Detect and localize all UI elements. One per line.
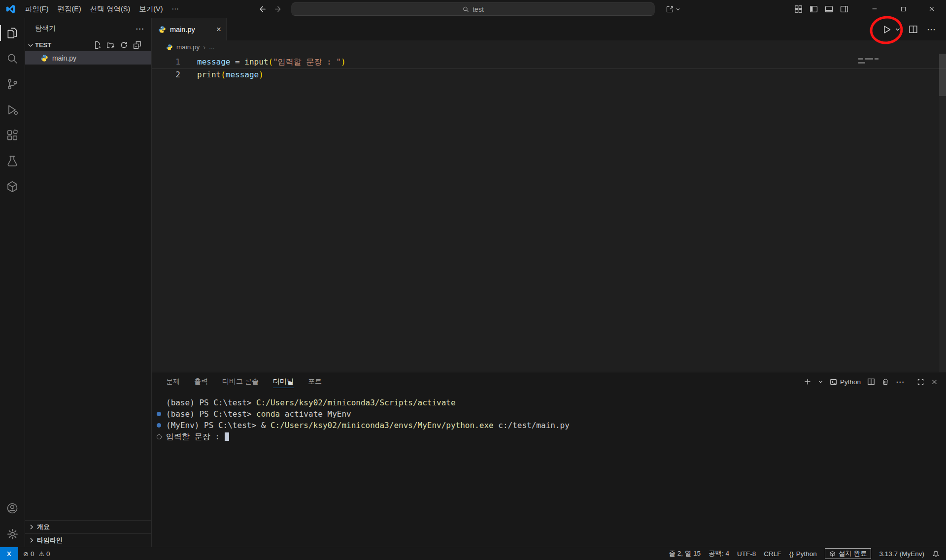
close-panel-button[interactable] xyxy=(931,378,938,386)
command-center-search[interactable]: test xyxy=(292,2,655,16)
activity-search[interactable] xyxy=(0,46,25,71)
tab-close-button[interactable]: × xyxy=(216,25,221,33)
panel-tab-debug-console[interactable]: 디버그 콘솔 xyxy=(222,372,259,391)
timeline-section[interactable]: 타임라인 xyxy=(25,533,151,547)
close-icon xyxy=(931,378,938,386)
menu-edit[interactable]: 편집(E) xyxy=(53,4,86,14)
command-decoration-icon[interactable] xyxy=(152,434,166,439)
settings-gear-button[interactable] xyxy=(0,521,25,547)
split-editor-button[interactable] xyxy=(909,25,918,34)
activity-run-debug[interactable] xyxy=(0,97,25,123)
terminal-text: (base) PS C:\test> C:/Users/ksy02/minico… xyxy=(166,397,456,408)
chevron-down-icon xyxy=(895,27,901,33)
code-lines: 1message = input("입력할 문장 : ")2print(mess… xyxy=(152,56,946,81)
scrollbar-thumb[interactable] xyxy=(939,54,946,96)
panel-tab-output[interactable]: 출력 xyxy=(194,372,208,391)
notifications-bell-button[interactable] xyxy=(928,547,946,560)
terminal-list-item-python[interactable]: Python xyxy=(830,378,861,386)
code-editor[interactable]: 1message = input("입력할 문장 : ")2print(mess… xyxy=(152,54,946,372)
tab-mainpy[interactable]: main.py × xyxy=(152,18,227,40)
trash-icon xyxy=(881,378,889,386)
back-button[interactable] xyxy=(258,5,267,13)
code-line[interactable]: 1message = input("입력할 문장 : ") xyxy=(152,56,946,68)
explorer-icon xyxy=(6,27,19,39)
chevron-down-icon xyxy=(676,7,680,12)
toggle-panel-icon[interactable] xyxy=(825,5,833,13)
warning-count: 0 xyxy=(46,550,50,558)
terminal[interactable]: (base) PS C:\test> C:/Users/ksy02/minico… xyxy=(152,391,946,547)
line-number: 2 xyxy=(152,68,180,81)
editor-scrollbar[interactable] xyxy=(939,54,946,372)
close-button[interactable] xyxy=(917,0,946,18)
layout-control-button[interactable] xyxy=(666,0,680,18)
minimize-button[interactable] xyxy=(860,0,889,18)
activity-explorer[interactable] xyxy=(0,20,25,46)
encoding-status[interactable]: UTF-8 xyxy=(733,547,760,560)
beaker-icon xyxy=(6,155,19,167)
file-item-mainpy[interactable]: main.py xyxy=(25,51,151,65)
explorer-section-header[interactable]: TEST xyxy=(25,39,151,51)
sidebar-more-button[interactable]: ⋯ xyxy=(135,25,144,33)
account-button[interactable] xyxy=(0,495,25,521)
section-title: TEST xyxy=(35,41,51,49)
tab-label: main.py xyxy=(170,26,212,33)
panel-tab-terminal[interactable]: 터미널 xyxy=(273,372,294,391)
outline-section[interactable]: 개요 xyxy=(25,520,151,533)
language-mode-status[interactable]: {} Python xyxy=(785,547,821,560)
terminal-icon xyxy=(830,378,837,386)
remote-indicator[interactable] xyxy=(0,547,18,560)
maximize-panel-button[interactable] xyxy=(917,378,924,386)
panel-tab-problems[interactable]: 문제 xyxy=(166,372,180,391)
cursor-position-status[interactable]: 줄 2, 열 15 xyxy=(665,547,705,560)
maximize-button[interactable] xyxy=(889,0,917,18)
menu-view[interactable]: 보기(V) xyxy=(135,4,167,14)
activity-testing[interactable] xyxy=(0,148,25,174)
statusbar: ⊘ 0 ⚠ 0 줄 2, 열 15 공백: 4 UTF-8 CRLF {} Py… xyxy=(0,547,946,560)
terminal-dropdown-button[interactable] xyxy=(818,379,823,385)
menu-selection[interactable]: 선택 영역(S) xyxy=(86,4,135,14)
activity-remote-explorer[interactable] xyxy=(0,174,25,199)
sidebar-title: 탐색기 xyxy=(35,24,56,33)
python-interpreter-status[interactable]: 3.13.7 (MyEnv) xyxy=(875,547,928,560)
error-count: 0 xyxy=(31,550,34,558)
menu-more-button[interactable]: ⋯ xyxy=(168,5,184,13)
split-terminal-button[interactable] xyxy=(867,378,875,386)
chevron-down-icon xyxy=(27,41,34,49)
editor-more-button[interactable]: ⋯ xyxy=(926,24,936,35)
editor-group: main.py × ⋯ main.py › ... xyxy=(152,18,946,547)
line-number: 1 xyxy=(152,56,180,68)
new-terminal-button[interactable] xyxy=(804,378,811,386)
customize-layout-icon[interactable] xyxy=(794,5,803,13)
breadcrumb-symbol[interactable]: ... xyxy=(209,43,214,51)
activity-source-control[interactable] xyxy=(0,71,25,97)
panel-more-button[interactable]: ⋯ xyxy=(896,378,904,386)
toggle-secondary-sidebar-icon[interactable] xyxy=(840,5,848,13)
run-dropdown-button[interactable] xyxy=(895,27,901,33)
problems-status[interactable]: ⊘ 0 ⚠ 0 xyxy=(18,547,57,560)
collapse-all-button[interactable] xyxy=(133,41,141,49)
indentation-status[interactable]: 공백: 4 xyxy=(705,547,733,560)
chevron-down-icon xyxy=(818,379,823,385)
run-debug-icon xyxy=(6,103,19,116)
command-decoration-icon[interactable] xyxy=(152,423,166,428)
menu-file[interactable]: 파일(F) xyxy=(21,4,53,14)
activity-extensions[interactable] xyxy=(0,123,25,148)
panel-tab-ports[interactable]: 포트 xyxy=(308,372,322,391)
eol-status[interactable]: CRLF xyxy=(760,547,785,560)
run-button[interactable] xyxy=(881,24,892,35)
new-folder-button[interactable] xyxy=(106,41,115,49)
toggle-primary-sidebar-icon[interactable] xyxy=(810,5,818,13)
editor-tabbar: main.py × ⋯ xyxy=(152,18,946,40)
forward-button[interactable] xyxy=(274,5,282,13)
kill-terminal-button[interactable] xyxy=(881,378,889,386)
new-file-button[interactable] xyxy=(93,41,101,49)
breadcrumb-file[interactable]: main.py xyxy=(176,43,200,51)
code-line[interactable]: 2print(message) xyxy=(152,68,946,81)
refresh-button[interactable] xyxy=(120,41,128,49)
terminal-name: Python xyxy=(840,378,861,386)
command-decoration-icon[interactable] xyxy=(152,412,166,416)
minimap[interactable] xyxy=(858,58,884,66)
source-control-icon xyxy=(6,78,19,91)
panel-header: 문제 출력 디버그 콘솔 터미널 포트 Python ⋯ xyxy=(152,372,946,391)
install-status[interactable]: 설치 완료 xyxy=(825,548,872,559)
